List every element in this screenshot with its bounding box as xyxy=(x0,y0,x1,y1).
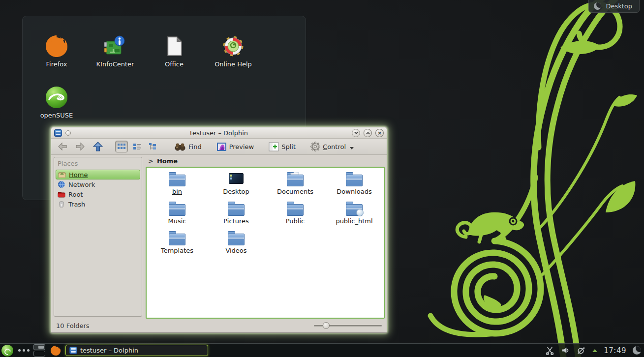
folder-item-pictures[interactable]: Pictures xyxy=(207,201,266,231)
firefox-launcher-icon[interactable] xyxy=(50,345,61,356)
breadcrumb-separator: > xyxy=(148,157,153,165)
control-button[interactable]: Control xyxy=(308,141,356,152)
place-network[interactable]: Network xyxy=(56,179,140,189)
preview-icon xyxy=(216,142,227,151)
place-home[interactable]: Home xyxy=(56,170,140,179)
place-label: Network xyxy=(68,181,95,188)
desktop-icon-firefox[interactable]: Firefox xyxy=(33,34,80,68)
folder-icon xyxy=(227,231,245,245)
gear-icon xyxy=(310,142,320,151)
preview-label: Preview xyxy=(229,143,254,150)
opensuse-icon xyxy=(44,85,69,110)
maximize-button[interactable] xyxy=(364,129,372,137)
up-arrow-icon xyxy=(92,141,103,152)
volume-icon[interactable] xyxy=(561,346,570,355)
folder-item-downloads[interactable]: Downloads xyxy=(325,172,384,201)
icons-view-button[interactable] xyxy=(115,141,128,152)
minimize-button[interactable] xyxy=(352,129,360,137)
status-text: 10 Folders xyxy=(56,322,90,329)
desktop-toolbox-button[interactable]: Desktop xyxy=(588,0,640,13)
root-folder-icon xyxy=(58,190,65,198)
desktop-icon-label: KInfoCenter xyxy=(92,60,139,68)
close-icon: × xyxy=(376,129,383,137)
trash-icon xyxy=(58,200,65,208)
zoom-slider[interactable] xyxy=(314,322,382,329)
opensuse-vine-artwork xyxy=(413,0,644,357)
zoom-slider-handle[interactable] xyxy=(323,322,330,329)
control-label: Control xyxy=(323,143,346,150)
forward-button[interactable] xyxy=(73,141,88,152)
find-button[interactable]: Find xyxy=(172,141,204,152)
folder-item-bin[interactable]: bin xyxy=(148,172,207,201)
folder-item-templates[interactable]: Templates xyxy=(148,231,207,260)
folder-icon xyxy=(168,231,186,245)
place-label: Trash xyxy=(68,201,85,208)
folder-icon xyxy=(286,201,304,216)
find-label: Find xyxy=(188,143,202,150)
folder-item-documents[interactable]: Documents xyxy=(266,172,325,201)
desktop-folder-icon xyxy=(227,172,245,186)
folder-view-area[interactable]: bin Desktop Documents Downloads Music xyxy=(146,167,385,319)
virtual-desktop-pager[interactable] xyxy=(33,344,45,357)
preview-button[interactable]: Preview xyxy=(215,141,256,152)
window-titlebar[interactable]: testuser – Dolphin × xyxy=(51,127,387,139)
close-button[interactable]: × xyxy=(375,129,384,137)
pager-desktop-1[interactable] xyxy=(33,344,45,350)
maximize-icon xyxy=(366,132,370,136)
network-globe-icon xyxy=(58,180,65,188)
breadcrumb-current[interactable]: Home xyxy=(157,157,178,165)
split-icon xyxy=(269,142,279,151)
digital-clock[interactable]: 17:49 xyxy=(604,346,626,355)
desktop-icon-office[interactable]: Office xyxy=(151,34,198,68)
klipper-scissors-icon[interactable] xyxy=(545,346,554,355)
dolphin-task-icon xyxy=(69,347,77,354)
kinfocenter-icon xyxy=(103,34,127,59)
places-panel: Places Home xyxy=(51,155,145,319)
folder-item-videos[interactable]: Videos xyxy=(207,231,266,260)
desktop-toolbox-label: Desktop xyxy=(606,2,632,10)
columns-view-button[interactable] xyxy=(147,141,159,152)
device-notifier-icon[interactable] xyxy=(577,346,586,355)
dolphin-window-icon[interactable] xyxy=(54,129,62,137)
folder-item-public-html[interactable]: public_html xyxy=(325,201,384,231)
desktop-icon-online-help[interactable]: Online Help xyxy=(210,34,257,68)
dolphin-statusbar: 10 Folders xyxy=(51,319,387,332)
desktop-icon-opensuse[interactable]: openSUSE xyxy=(33,85,80,119)
columns-view-icon xyxy=(149,143,157,150)
chevron-down-icon xyxy=(350,147,354,149)
back-button[interactable] xyxy=(55,141,70,152)
documents-folder-icon xyxy=(286,172,304,186)
back-arrow-icon xyxy=(57,142,68,151)
html-folder-icon xyxy=(345,201,363,216)
up-button[interactable] xyxy=(91,140,105,153)
place-trash[interactable]: Trash xyxy=(56,199,140,209)
folder-item-public[interactable]: Public xyxy=(266,201,325,231)
desktop-icon-label: Online Help xyxy=(210,60,257,68)
pager-desktop-2[interactable] xyxy=(33,351,45,357)
split-label: Split xyxy=(281,143,296,150)
details-view-icon xyxy=(133,143,142,150)
details-view-button[interactable] xyxy=(131,141,144,152)
dolphin-window: testuser – Dolphin × xyxy=(51,127,387,333)
folder-item-music[interactable]: Music xyxy=(148,201,207,231)
online-help-icon xyxy=(221,34,245,59)
location-breadcrumb[interactable]: > Home xyxy=(146,155,385,167)
desktop-icon-label: openSUSE xyxy=(33,112,80,119)
firefox-icon xyxy=(44,34,69,59)
application-launcher-button[interactable] xyxy=(1,345,13,357)
menu-dots-icon[interactable] xyxy=(18,349,30,352)
split-button[interactable]: Split xyxy=(267,141,298,152)
folder-item-desktop[interactable]: Desktop xyxy=(207,172,266,201)
tray-expander-icon[interactable] xyxy=(592,349,597,352)
folder-icon xyxy=(168,172,186,186)
place-label: Root xyxy=(68,191,83,198)
forward-arrow-icon xyxy=(75,142,86,151)
task-button-dolphin[interactable]: testuser – Dolphin xyxy=(65,345,208,356)
panel-toolbox-icon[interactable] xyxy=(633,346,641,355)
folder-icon xyxy=(168,201,186,216)
folder-icon xyxy=(345,172,363,186)
system-tray: 17:49 xyxy=(545,346,644,355)
home-folder-icon xyxy=(58,171,66,178)
desktop-icon-kinfocenter[interactable]: KInfoCenter xyxy=(92,34,139,68)
place-root[interactable]: Root xyxy=(56,189,140,199)
